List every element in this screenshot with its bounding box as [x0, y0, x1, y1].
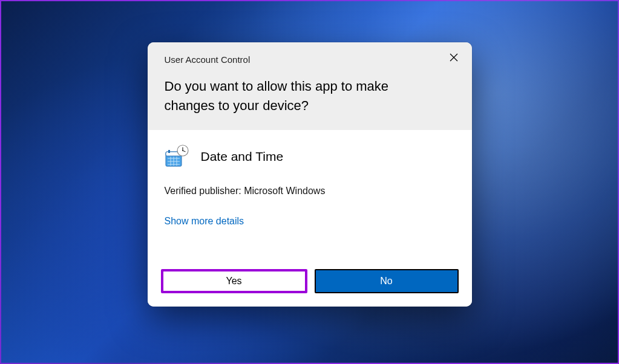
- svg-rect-4: [168, 150, 170, 153]
- app-info-row: Date and Time: [165, 145, 455, 169]
- uac-dialog: User Account Control Do you want to allo…: [148, 42, 472, 307]
- dialog-title: User Account Control: [165, 54, 455, 65]
- desktop-background: User Account Control Do you want to allo…: [0, 0, 619, 364]
- no-button[interactable]: No: [315, 269, 459, 293]
- show-more-details-link[interactable]: Show more details: [165, 216, 244, 227]
- app-name: Date and Time: [201, 149, 284, 164]
- svg-point-15: [182, 150, 183, 151]
- dialog-question: Do you want to allow this app to make ch…: [165, 77, 431, 115]
- publisher-line: Verified publisher: Microsoft Windows: [165, 186, 455, 197]
- date-time-icon: [165, 145, 189, 169]
- close-icon: [450, 53, 458, 63]
- yes-button[interactable]: Yes: [161, 269, 307, 293]
- close-button[interactable]: [445, 50, 462, 67]
- dialog-body: Date and Time Verified publisher: Micros…: [148, 130, 472, 238]
- dialog-footer: Yes No: [148, 238, 472, 307]
- dialog-header: User Account Control Do you want to allo…: [148, 42, 472, 130]
